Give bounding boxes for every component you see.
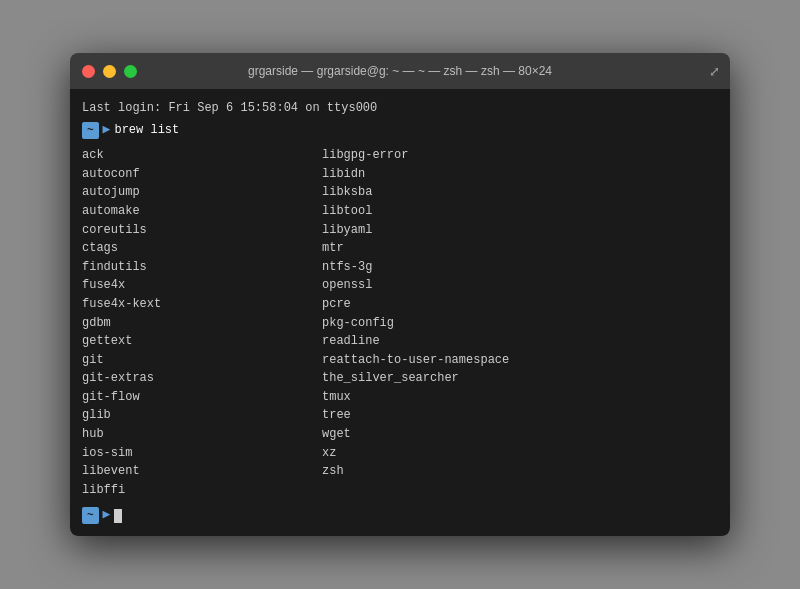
list-item: coreutils	[82, 221, 322, 240]
list-item: git-extras	[82, 369, 322, 388]
list-item: libffi	[82, 481, 322, 500]
output-col-2: libgpg-errorlibidnlibksbalibtoollibyamlm…	[322, 146, 562, 499]
list-item: gdbm	[82, 314, 322, 333]
titlebar: grgarside — grgarside@g: ~ — ~ — zsh — z…	[70, 53, 730, 89]
list-item: findutils	[82, 258, 322, 277]
list-item: tmux	[322, 388, 562, 407]
list-item: autojump	[82, 183, 322, 202]
login-line: Last login: Fri Sep 6 15:58:04 on ttys00…	[82, 99, 718, 118]
command-prompt-line: ~ ▶ brew list	[82, 120, 718, 140]
window-title: grgarside — grgarside@g: ~ — ~ — zsh — z…	[248, 64, 552, 78]
list-item: the_silver_searcher	[322, 369, 562, 388]
list-item: autoconf	[82, 165, 322, 184]
list-item: openssl	[322, 276, 562, 295]
terminal-window: grgarside — grgarside@g: ~ — ~ — zsh — z…	[70, 53, 730, 535]
output-col-1: ackautoconfautojumpautomakecoreutilsctag…	[82, 146, 322, 499]
minimize-button[interactable]	[103, 65, 116, 78]
list-item: ntfs-3g	[322, 258, 562, 277]
list-item: git-flow	[82, 388, 322, 407]
list-item: readline	[322, 332, 562, 351]
list-item: libidn	[322, 165, 562, 184]
list-item: libevent	[82, 462, 322, 481]
list-item: mtr	[322, 239, 562, 258]
cursor	[114, 509, 122, 523]
prompt-badge: ~	[82, 122, 99, 139]
list-item: glib	[82, 406, 322, 425]
list-item: libgpg-error	[322, 146, 562, 165]
terminal-body[interactable]: Last login: Fri Sep 6 15:58:04 on ttys00…	[70, 89, 730, 535]
close-button[interactable]	[82, 65, 95, 78]
list-item: zsh	[322, 462, 562, 481]
list-item: ios-sim	[82, 444, 322, 463]
list-item: ack	[82, 146, 322, 165]
list-item: xz	[322, 444, 562, 463]
list-item: pcre	[322, 295, 562, 314]
traffic-lights	[82, 65, 137, 78]
bottom-prompt-line: ~ ▶	[82, 505, 718, 525]
list-item: git	[82, 351, 322, 370]
list-item: wget	[322, 425, 562, 444]
list-item: tree	[322, 406, 562, 425]
list-item: fuse4x-kext	[82, 295, 322, 314]
expand-icon[interactable]: ⤢	[709, 64, 720, 79]
list-item: reattach-to-user-namespace	[322, 351, 562, 370]
list-item: gettext	[82, 332, 322, 351]
list-item: ctags	[82, 239, 322, 258]
prompt-arrow: ▶	[103, 120, 111, 140]
list-item: automake	[82, 202, 322, 221]
bottom-prompt-badge: ~	[82, 507, 99, 524]
list-item: hub	[82, 425, 322, 444]
maximize-button[interactable]	[124, 65, 137, 78]
list-item: fuse4x	[82, 276, 322, 295]
list-item: libtool	[322, 202, 562, 221]
command-text: brew list	[114, 121, 179, 140]
bottom-prompt-arrow: ▶	[103, 505, 111, 525]
list-item: libksba	[322, 183, 562, 202]
list-item: pkg-config	[322, 314, 562, 333]
list-item: libyaml	[322, 221, 562, 240]
output-table: ackautoconfautojumpautomakecoreutilsctag…	[82, 146, 718, 499]
